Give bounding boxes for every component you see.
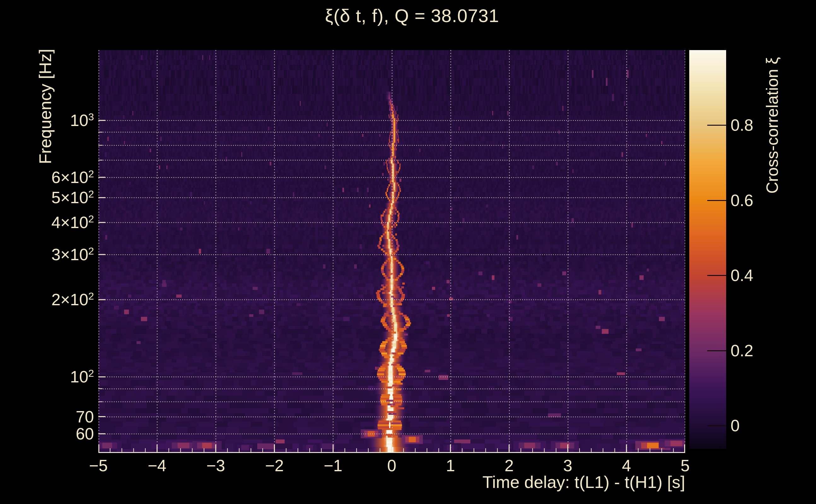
y-tick-label: 3×102 (51, 245, 94, 264)
x-tick-label: −3 (207, 456, 225, 475)
y-tick-label: 70 (76, 407, 94, 426)
y-tick-label: 4×102 (51, 213, 94, 232)
colorbar-tick-label: 0 (731, 416, 740, 435)
x-axis-title: Time delay: t(L1) - t(H1) [s] (482, 472, 685, 492)
colorbar-tick-label: 0.2 (731, 341, 753, 360)
colorbar-tick-label: 0.8 (731, 116, 753, 135)
y-axis-title: Frequency [Hz] (35, 49, 55, 164)
y-tick-label: 6×102 (51, 168, 94, 187)
plot-title: ξ(δ t, f), Q = 38.0731 (325, 5, 499, 26)
colorbar-tick-label: 0.4 (731, 266, 753, 285)
y-tick-label: 60 (76, 424, 94, 443)
x-tick-label: −4 (147, 456, 166, 475)
spectrogram-heatmap (98, 50, 685, 453)
figure-root: { "title": "ξ(δ t, f), Q = 38.0731", "ax… (0, 0, 816, 504)
colorbar-tick-mark (707, 125, 726, 126)
colorbar-gradient (689, 50, 726, 449)
colorbar-tick-mark (707, 200, 726, 201)
x-tick-label: −1 (324, 456, 342, 475)
colorbar-title: Cross-correlation ξ (763, 57, 782, 194)
colorbar-tick-mark (707, 425, 726, 426)
colorbar-tick-label: 0.6 (731, 191, 753, 210)
x-tick-label: −2 (265, 456, 284, 475)
colorbar-tick-mark (707, 275, 726, 276)
y-tick-label: 5×102 (51, 188, 94, 207)
y-tick-label: 103 (70, 111, 94, 130)
y-tick-label: 2×102 (51, 290, 94, 309)
x-tick-label: −5 (89, 456, 107, 475)
colorbar-tick-mark (707, 350, 726, 351)
y-tick-label: 102 (70, 367, 94, 386)
x-tick-label: 0 (387, 456, 396, 475)
x-tick-label: 1 (446, 456, 455, 475)
